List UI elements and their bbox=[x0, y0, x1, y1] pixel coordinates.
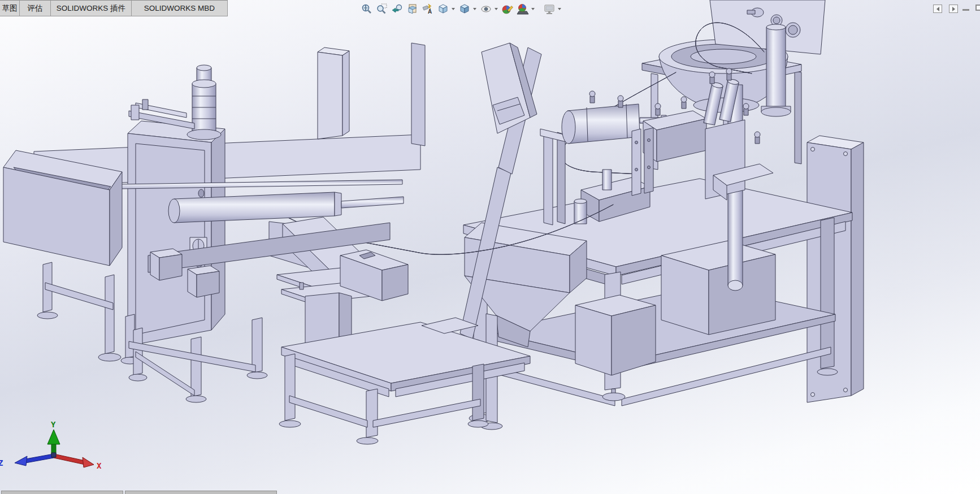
hide-show-items-button[interactable] bbox=[479, 2, 493, 16]
zoom-to-area-icon bbox=[376, 3, 388, 15]
zoom-to-fit-icon bbox=[361, 3, 373, 15]
axis-y: Y bbox=[47, 420, 60, 456]
axis-y-label: Y bbox=[51, 420, 56, 429]
view-orientation-dropdown[interactable] bbox=[452, 8, 455, 10]
apply-scene-icon bbox=[517, 3, 529, 15]
edit-appearance-button[interactable] bbox=[501, 2, 514, 16]
tab-solidworks-addins[interactable]: SOLIDWORKS 插件 bbox=[51, 0, 132, 16]
hide-show-items-icon bbox=[480, 3, 492, 15]
display-style-button[interactable] bbox=[458, 2, 471, 16]
zoom-to-fit-button[interactable] bbox=[360, 2, 374, 16]
tab-solidworks-mbd[interactable]: SOLIDWORKS MBD bbox=[132, 0, 228, 16]
collapse-right-button[interactable] bbox=[949, 5, 958, 13]
dynamic-annotation-views-button[interactable]: A bbox=[421, 2, 435, 16]
view-settings-icon bbox=[543, 3, 556, 15]
status-bar-segment bbox=[1, 491, 123, 494]
graphics-viewport[interactable]: Y X Z bbox=[0, 0, 980, 494]
view-orientation-icon bbox=[437, 3, 449, 15]
axis-x: X bbox=[54, 454, 102, 470]
section-view-icon bbox=[406, 3, 419, 15]
previous-view-button[interactable] bbox=[391, 2, 404, 16]
dynamic-annotation-views-icon: A bbox=[422, 3, 434, 15]
model-storage-box-large[interactable] bbox=[661, 241, 775, 335]
svg-text:A: A bbox=[428, 8, 432, 15]
view-settings-dropdown[interactable] bbox=[558, 8, 561, 10]
apply-scene-dropdown[interactable] bbox=[531, 8, 535, 10]
collapse-left-icon bbox=[936, 7, 939, 11]
status-bar-segment bbox=[125, 491, 277, 494]
triad-origin bbox=[51, 453, 56, 457]
axis-z-label: Z bbox=[0, 458, 3, 467]
collapse-right-icon bbox=[952, 7, 955, 11]
zoom-to-area-button[interactable] bbox=[375, 2, 389, 16]
view-settings-button[interactable] bbox=[543, 2, 556, 16]
collapse-left-button[interactable] bbox=[933, 5, 942, 13]
view-orientation-button[interactable] bbox=[436, 2, 450, 16]
minimize-button[interactable] bbox=[962, 9, 969, 11]
hide-show-items-dropdown[interactable] bbox=[495, 8, 498, 10]
edit-appearance-icon bbox=[501, 3, 514, 15]
display-style-icon bbox=[458, 3, 471, 15]
axis-x-label: X bbox=[97, 461, 102, 470]
tab-sketch[interactable]: 草图 bbox=[0, 0, 20, 16]
model-storage-box-small[interactable] bbox=[575, 295, 656, 375]
axis-z: Z bbox=[0, 454, 54, 467]
apply-scene-button[interactable] bbox=[516, 2, 530, 16]
display-style-dropdown[interactable] bbox=[473, 8, 476, 10]
model-side-panel[interactable] bbox=[807, 136, 864, 402]
model-parts-bin[interactable] bbox=[3, 150, 122, 361]
solidworks-window: Y X Z 草图 评估 SOLIDWORKS 插件 SOLIDW bbox=[0, 0, 980, 494]
section-view-button[interactable] bbox=[406, 2, 419, 16]
previous-view-icon bbox=[391, 3, 404, 15]
assembly-model[interactable] bbox=[0, 0, 980, 494]
maximize-button[interactable] bbox=[975, 5, 980, 11]
heads-up-view-toolbar: A bbox=[360, 2, 562, 16]
command-manager-tabs: 草图 评估 SOLIDWORKS 插件 SOLIDWORKS MBD bbox=[0, 0, 228, 16]
tab-evaluate[interactable]: 评估 bbox=[20, 0, 51, 16]
reference-triad: Y X Z bbox=[0, 415, 113, 478]
